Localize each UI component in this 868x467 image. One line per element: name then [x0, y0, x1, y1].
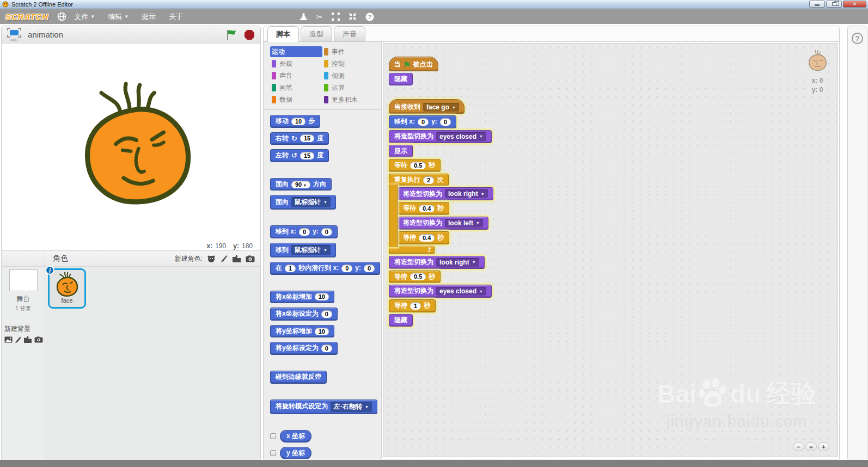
palette-block-bounce-on-edge[interactable]: 碰到边缘就反弹: [270, 371, 327, 384]
switch-costume-block[interactable]: 将造型切换为look right▼: [389, 256, 485, 269]
zoom-in-button[interactable]: +: [818, 443, 829, 451]
palette-block-rotation-style[interactable]: 将旋转模式设定为左-右翻转▼: [270, 400, 377, 414]
camera-backdrop-icon[interactable]: [34, 336, 43, 343]
category-operators[interactable]: 运算: [322, 82, 375, 93]
palette-block-turn-left[interactable]: 左转↺15度: [270, 149, 329, 162]
new-sprite-library-icon[interactable]: [207, 255, 216, 263]
switch-costume-block[interactable]: 将造型切换为eyes closed▼: [389, 130, 492, 143]
data-color-chip: [272, 96, 276, 103]
sprite-pane: 舞台 1 背景 新建背景 i: [2, 267, 260, 460]
menu-file[interactable]: 文件▼: [74, 12, 95, 22]
repeat-block[interactable]: 重复执行2次 将造型切换为look right▼ 等待0.4秒 将造型切换为lo…: [389, 174, 493, 254]
pen-color-chip: [272, 84, 276, 91]
minimize-button[interactable]: [809, 1, 825, 8]
grow-sprite-icon[interactable]: [332, 13, 340, 21]
when-flag-clicked-block[interactable]: 当⚑被点击: [389, 57, 438, 71]
stop-button[interactable]: [244, 29, 255, 40]
x-position-checkbox[interactable]: [270, 433, 276, 439]
script-face-go[interactable]: 当接收到face go▼ 移到 x:0y:0 将造型切换为eyes closed…: [389, 99, 493, 327]
hide-block[interactable]: 隐藏: [389, 73, 413, 86]
script-canvas[interactable]: 当⚑被点击 隐藏 当接收到face go▼ 移到 x:0y:0 将造型切换为ey…: [383, 43, 838, 457]
green-flag-button[interactable]: [225, 29, 237, 41]
backdrop-library-icon[interactable]: [4, 336, 13, 343]
stage-thumbnail-subtitle: 1 背景: [15, 305, 30, 312]
wait-block[interactable]: 等待0.5秒: [389, 159, 441, 172]
sprite-info-icon[interactable]: i: [45, 266, 54, 275]
palette-block-goto-xy[interactable]: 移到 x:0y:0: [270, 225, 338, 238]
switch-costume-block[interactable]: 将造型切换为eyes closed▼: [389, 285, 492, 298]
events-color-chip: [324, 48, 328, 56]
restore-button[interactable]: [826, 1, 842, 8]
palette-block-change-x[interactable]: 将x坐标增加10: [270, 291, 334, 304]
when-receive-block[interactable]: 当接收到face go▼: [389, 99, 464, 114]
y-position-checkbox[interactable]: [270, 450, 276, 456]
category-events[interactable]: 事件: [322, 46, 375, 57]
repeat-head[interactable]: 重复执行2次: [389, 174, 449, 187]
category-looks[interactable]: 外观: [270, 58, 322, 69]
wait-block[interactable]: 等待0.4秒: [398, 231, 449, 244]
wait-block[interactable]: 等待0.5秒: [389, 271, 441, 284]
category-sound[interactable]: 声音: [270, 70, 322, 81]
shrink-sprite-icon[interactable]: [349, 13, 357, 21]
stage-thumbnail[interactable]: [9, 269, 38, 291]
x-position-reporter[interactable]: x 坐标: [280, 430, 311, 443]
switch-costume-block[interactable]: 将造型切换为look right▼: [398, 187, 493, 200]
operators-color-chip: [324, 84, 328, 91]
paint-backdrop-icon[interactable]: [15, 336, 21, 343]
upload-sprite-icon[interactable]: [232, 255, 241, 263]
menu-about[interactable]: 关于: [169, 12, 183, 22]
language-globe-icon[interactable]: [57, 12, 66, 21]
zoom-reset-button[interactable]: =: [805, 443, 817, 451]
tab-bar: 脚本 造型 声音: [264, 26, 839, 42]
menu-tips[interactable]: 提示: [142, 12, 156, 22]
wait-block[interactable]: 等待0.4秒: [398, 202, 449, 215]
palette-block-move-steps[interactable]: 移动10步: [270, 115, 320, 128]
sprite-preview: x: 0 y: 0: [806, 48, 828, 95]
close-button[interactable]: ✕: [843, 1, 866, 8]
menu-edit[interactable]: 编辑▼: [108, 12, 129, 22]
sprite-item-face[interactable]: i face: [48, 268, 86, 309]
tab-sounds[interactable]: 声音: [334, 26, 365, 41]
tab-scripts[interactable]: 脚本: [267, 26, 299, 42]
block-palette: 运动 事件 外观 控制 声音 侦测 画笔 运算 数据 更多积木 移动10步 右转…: [264, 42, 382, 459]
y-position-reporter[interactable]: y 坐标: [280, 447, 311, 459]
palette-block-glide[interactable]: 在1秒内滑行到 x:0y:0: [270, 262, 380, 275]
preview-y-value: y: 0: [812, 85, 823, 95]
goto-xy-block[interactable]: 移到 x:0y:0: [389, 115, 456, 128]
version-label: v461: [10, 38, 18, 42]
category-sensing[interactable]: 侦测: [322, 70, 375, 81]
category-pen[interactable]: 画笔: [270, 82, 322, 93]
menubar: SCRATCH 文件▼ 编辑▼ 提示 关于 ✂ ?: [0, 9, 868, 24]
upload-backdrop-icon[interactable]: [23, 336, 32, 343]
tab-costumes[interactable]: 造型: [301, 26, 332, 41]
category-control[interactable]: 控制: [322, 58, 375, 69]
watermark-url: jingyan.baidu.com: [657, 412, 816, 431]
wait-block[interactable]: 等待1秒: [389, 299, 436, 312]
category-data[interactable]: 数据: [270, 94, 322, 105]
block-help-icon[interactable]: ?: [365, 13, 374, 21]
sprite-name-label: face: [62, 297, 73, 304]
show-block[interactable]: 显示: [389, 145, 413, 158]
category-motion[interactable]: 运动: [270, 46, 322, 57]
chevron-down-icon: ▼: [90, 14, 95, 19]
hide-block[interactable]: 隐藏: [389, 314, 413, 327]
palette-block-point-direction[interactable]: 面向90▼方向: [270, 178, 332, 191]
delete-scissors-icon[interactable]: ✂: [316, 13, 323, 21]
more-blocks-color-chip: [324, 96, 328, 103]
category-more-blocks[interactable]: 更多积木: [322, 94, 375, 105]
zoom-out-button[interactable]: −: [793, 443, 804, 451]
paint-new-sprite-icon[interactable]: [220, 255, 228, 263]
palette-block-change-y[interactable]: 将y坐标增加10: [270, 325, 334, 338]
switch-costume-block[interactable]: 将造型切换为look left▼: [398, 217, 488, 230]
sprite-thumbnail-face: [54, 271, 80, 298]
help-icon[interactable]: ?: [852, 33, 863, 44]
palette-block-turn-right[interactable]: 右转↻15度: [270, 132, 329, 145]
palette-block-set-y[interactable]: 将y坐标设定为0: [270, 342, 338, 355]
camera-sprite-icon[interactable]: [246, 255, 255, 262]
script-green-flag[interactable]: 当⚑被点击 隐藏: [389, 57, 438, 85]
palette-block-goto-mouse[interactable]: 移到鼠标指针▼: [270, 243, 336, 257]
fullscreen-icon[interactable]: [7, 28, 21, 38]
palette-block-set-x[interactable]: 将x坐标设定为0: [270, 308, 338, 321]
palette-block-point-towards[interactable]: 面向鼠标指针▼: [270, 195, 336, 210]
duplicate-stamp-icon[interactable]: [299, 13, 308, 21]
